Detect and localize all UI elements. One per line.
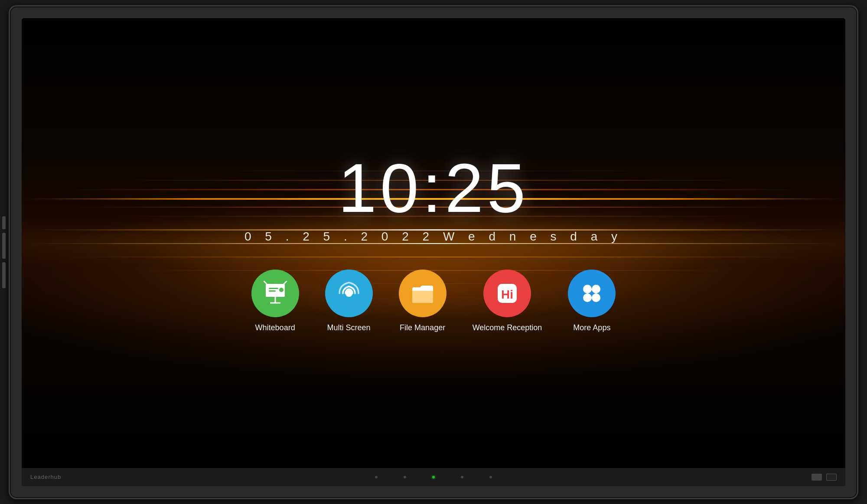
bottom-bar: Leaderhub bbox=[22, 468, 845, 486]
streak-5 bbox=[22, 257, 845, 257]
monitor-bezel: 10:25 0 5 . 2 5 . 2 0 2 2 W e d n e s d … bbox=[22, 18, 845, 486]
side-btn-3[interactable] bbox=[2, 262, 6, 288]
filemanager-label: File Manager bbox=[400, 323, 445, 332]
filemanager-svg bbox=[410, 280, 436, 306]
side-btn-2[interactable] bbox=[2, 233, 6, 259]
svg-rect-5 bbox=[269, 288, 278, 289]
multiscreen-svg bbox=[336, 280, 362, 306]
welcome-icon: Hi bbox=[483, 270, 531, 317]
svg-point-13 bbox=[583, 293, 592, 302]
bottom-right-icons bbox=[812, 474, 837, 481]
moreapps-label: More Apps bbox=[573, 323, 610, 332]
apps-row: Whiteboard Multi Screen bbox=[251, 270, 616, 332]
app-whiteboard[interactable]: Whiteboard bbox=[251, 270, 299, 332]
svg-point-7 bbox=[279, 288, 284, 292]
welcome-svg: Hi bbox=[494, 280, 520, 306]
monitor-outer: 10:25 0 5 . 2 5 . 2 0 2 2 W e d n e s d … bbox=[9, 5, 858, 499]
bottom-icon-1[interactable] bbox=[812, 474, 822, 481]
filemanager-icon bbox=[399, 270, 447, 317]
dot-center-right bbox=[461, 476, 463, 478]
svg-rect-6 bbox=[269, 290, 276, 292]
svg-text:Hi: Hi bbox=[501, 288, 513, 301]
moreapps-svg bbox=[579, 280, 605, 306]
whiteboard-svg bbox=[262, 280, 288, 306]
whiteboard-label: Whiteboard bbox=[255, 323, 295, 332]
svg-line-3 bbox=[264, 281, 267, 284]
svg-point-12 bbox=[592, 285, 600, 293]
dot-center-green bbox=[432, 476, 435, 478]
bottom-dots bbox=[375, 476, 492, 478]
app-welcome[interactable]: Hi Welcome Reception bbox=[473, 270, 542, 332]
app-moreapps[interactable]: More Apps bbox=[568, 270, 616, 332]
screen: 10:25 0 5 . 2 5 . 2 0 2 2 W e d n e s d … bbox=[22, 18, 845, 468]
multiscreen-icon bbox=[325, 270, 373, 317]
app-multiscreen[interactable]: Multi Screen bbox=[325, 270, 373, 332]
clock-date: 0 5 . 2 5 . 2 0 2 2 W e d n e s d a y bbox=[244, 230, 623, 244]
welcome-label: Welcome Reception bbox=[473, 323, 542, 332]
svg-point-11 bbox=[583, 285, 592, 293]
dot-center-left bbox=[404, 476, 406, 478]
brand-logo: Leaderhub bbox=[30, 474, 61, 480]
moreapps-icon bbox=[568, 270, 616, 317]
whiteboard-icon bbox=[251, 270, 299, 317]
dot-left bbox=[375, 476, 378, 478]
svg-point-14 bbox=[592, 293, 600, 302]
svg-line-4 bbox=[284, 281, 287, 284]
dot-right bbox=[489, 476, 492, 478]
clock-time: 10:25 bbox=[244, 153, 623, 223]
bottom-icon-2[interactable] bbox=[826, 474, 837, 481]
side-btn-1[interactable] bbox=[2, 216, 6, 229]
multiscreen-label: Multi Screen bbox=[327, 323, 371, 332]
side-buttons bbox=[2, 216, 6, 288]
app-filemanager[interactable]: File Manager bbox=[399, 270, 447, 332]
clock-section: 10:25 0 5 . 2 5 . 2 0 2 2 W e d n e s d … bbox=[244, 153, 623, 244]
